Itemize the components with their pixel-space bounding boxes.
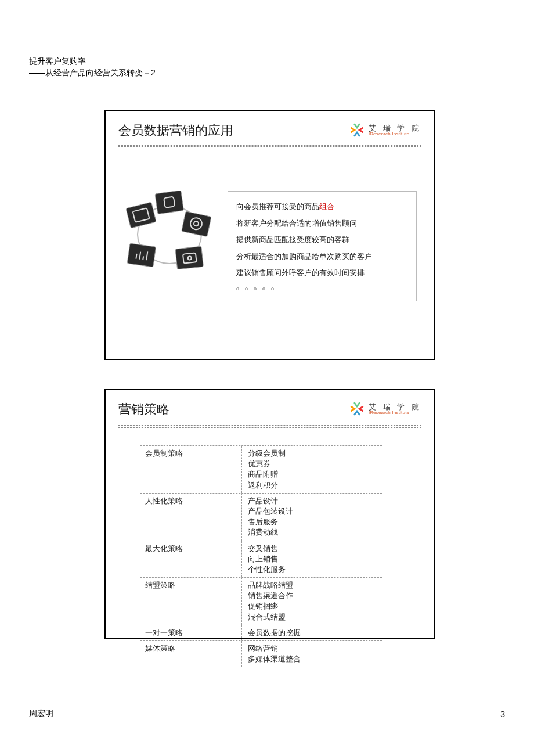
strategy-items: 交叉销售 向上销售 个性化服务 [242,541,382,578]
strategy-name: 一对一策略 [140,625,242,640]
slide1-item-4: 建议销售顾问外呼客户的有效时间安排 [236,265,408,282]
strategy-name: 会员制策略 [140,446,242,493]
svg-rect-5 [175,246,203,269]
header-line1: 提升客户复购率 [29,56,156,67]
iresearch-logo: 艾 瑞 学 院 iResearch Institute [349,122,421,138]
strategy-items: 会员数据的挖掘 [242,625,382,640]
slide-2: 营销策略 艾 瑞 学 院 iResearch Institute [104,389,435,639]
svg-line-11 [143,256,143,260]
logo-text: 艾 瑞 学 院 iResearch Institute [369,403,421,415]
logo-en: iResearch Institute [369,132,421,136]
table-row: 人性化策略 产品设计 产品包装设计 售后服务 消费动线 [140,494,382,541]
slide-1: 会员数据营销的应用 艾 瑞 学 院 iResearch Institute [104,110,435,360]
logo-en: iResearch Institute [369,411,421,415]
slide1-graphic-icon [123,191,216,278]
strategy-items: 分级会员制 优惠券 商品附赠 返利积分 [242,446,382,493]
title-divider [118,145,421,147]
table-row: 结盟策略 品牌战略结盟 销售渠道合作 促销捆绑 混合式结盟 [140,578,382,625]
logo-text: 艾 瑞 学 院 iResearch Institute [369,124,421,136]
strategy-table: 会员制策略 分级会员制 优惠券 商品附赠 返利积分 人性化策略 产品设计 产品包… [140,445,382,667]
strategy-name: 结盟策略 [140,578,242,625]
footer-page-number: 3 [500,710,505,719]
footer-author: 周宏明 [29,708,53,719]
title-divider [118,424,421,426]
table-row: 会员制策略 分级会员制 优惠券 商品附赠 返利积分 [140,446,382,494]
slide2-title-row: 营销策略 艾 瑞 学 院 iResearch Institute [106,390,434,424]
svg-rect-0 [155,191,183,214]
slide1-ellipsis [236,287,408,290]
slide1-item-3: 分析最适合的加购商品给单次购买的客户 [236,249,408,265]
logo-cn: 艾 瑞 学 院 [369,403,421,411]
strategy-items: 产品设计 产品包装设计 售后服务 消费动线 [242,494,382,541]
strategy-name: 人性化策略 [140,494,242,541]
table-row: 媒体策略 网络营销 多媒体渠道整合 [140,641,382,667]
svg-rect-13 [126,202,156,228]
svg-rect-2 [182,211,211,237]
slide1-item-0: 向会员推荐可接受的商品组合 [236,199,408,215]
slide1-body: 向会员推荐可接受的商品组合 将新客户分配给合适的增值销售顾问 提供新商品匹配接受… [106,150,434,319]
header-line2: ——从经营产品向经营关系转变－2 [29,67,156,79]
svg-line-9 [136,254,136,259]
slide1-title-row: 会员数据营销的应用 艾 瑞 学 院 iResearch Institute [106,111,434,145]
logo-cn: 艾 瑞 学 院 [369,124,421,132]
strategy-items: 网络营销 多媒体渠道整合 [242,641,382,667]
slide1-textbox: 向会员推荐可接受的商品组合 将新客户分配给合适的增值销售顾问 提供新商品匹配接受… [228,191,417,301]
table-row: 最大化策略 交叉销售 向上销售 个性化服务 [140,541,382,578]
iresearch-logo: 艾 瑞 学 院 iResearch Institute [349,401,421,417]
strategy-name: 媒体策略 [140,641,242,667]
slide1-item-1: 将新客户分配给合适的增值销售顾问 [236,215,408,232]
table-row: 一对一策略 会员数据的挖掘 [140,625,382,641]
page-header: 提升客户复购率 ——从经营产品向经营关系转变－2 [29,56,156,78]
slide2-title: 营销策略 [118,401,169,418]
slide1-title: 会员数据营销的应用 [118,122,233,139]
svg-rect-8 [127,243,156,267]
strategy-items: 品牌战略结盟 销售渠道合作 促销捆绑 混合式结盟 [242,578,382,625]
slide1-item-2: 提供新商品匹配接受度较高的客群 [236,232,408,249]
logo-mark-icon [349,401,365,417]
logo-mark-icon [349,122,365,138]
slide2-body: 会员制策略 分级会员制 优惠券 商品附赠 返利积分 人性化策略 产品设计 产品包… [106,429,434,673]
strategy-name: 最大化策略 [140,541,242,578]
